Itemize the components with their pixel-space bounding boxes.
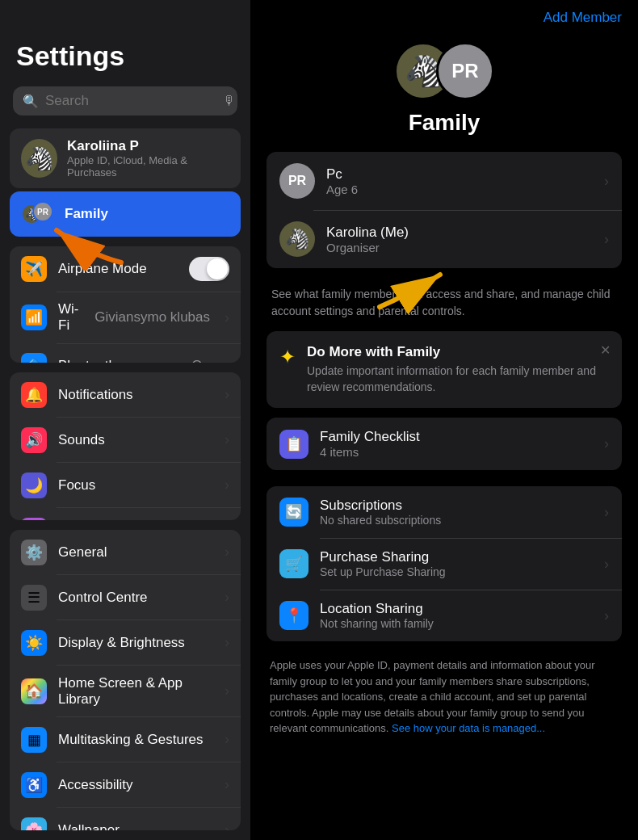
chevron-icon: ›	[604, 435, 609, 452]
toggle-knob	[207, 258, 228, 279]
search-bar[interactable]: 🔍 🎙	[13, 86, 237, 116]
purchase-sharing-item[interactable]: 🛒 Purchase Sharing Set up Purchase Shari…	[267, 538, 622, 590]
profile-name: Karoliina P	[67, 138, 229, 154]
sidebar-item-family[interactable]: 🦓 PR Family	[10, 191, 241, 237]
sidebar-item-label-homescreen: Home Screen & App Library	[58, 675, 213, 708]
do-more-card: ✦ Do More with Family Update important i…	[267, 331, 622, 408]
sidebar-item-multitasking[interactable]: ▦ Multitasking & Gestures ›	[10, 717, 241, 762]
sidebar-item-airplane[interactable]: ✈️ Airplane Mode	[10, 246, 241, 292]
location-subtitle: Not sharing with family	[320, 617, 434, 630]
wallpaper-icon: 🌸	[21, 817, 47, 830]
add-member-area: Add Member	[267, 0, 622, 26]
sidebar-item-focus[interactable]: 🌙 Focus ›	[10, 463, 241, 508]
add-member-button[interactable]: Add Member	[544, 10, 622, 26]
chevron-icon: ›	[225, 776, 229, 793]
chevron-icon: ›	[604, 231, 609, 248]
chevron-icon: ›	[225, 431, 229, 448]
sidebar-item-sounds[interactable]: 🔊 Sounds ›	[10, 418, 241, 463]
sidebar-item-label-notifications: Notifications	[58, 387, 213, 403]
subscriptions-info: Subscriptions No shared subscriptions	[320, 498, 441, 527]
chevron-icon: ›	[225, 821, 229, 830]
family-avatar-pair: 🦓 PR	[21, 200, 55, 229]
pc-info: Pc Age 6	[326, 166, 358, 196]
checklist-subtitle: 4 items	[320, 445, 420, 459]
chevron-icon: ›	[225, 682, 229, 699]
chevron-icon: ›	[225, 634, 229, 651]
checklist-card: 📋 Family Checklist 4 items ›	[267, 418, 622, 470]
checklist-icon: 📋	[279, 430, 309, 459]
sidebar-item-wifi[interactable]: 📶 Wi-Fi Giviansymo klubas ›	[10, 292, 241, 343]
sidebar-item-bluetooth[interactable]: 🔷 Bluetooth On ›	[10, 343, 241, 363]
member-pc[interactable]: PR Pc Age 6 ›	[267, 152, 622, 210]
zebra-avatar-icon: 🦓	[25, 145, 53, 172]
chevron-icon: ›	[225, 731, 229, 748]
family-avatar-large: 🦓 PR	[394, 42, 494, 100]
checklist-item[interactable]: 📋 Family Checklist 4 items ›	[267, 418, 622, 470]
sidebar-item-wallpaper[interactable]: 🌸 Wallpaper ›	[10, 808, 241, 830]
pc-name: Pc	[326, 166, 358, 183]
subscriptions-title: Subscriptions	[320, 498, 441, 514]
sidebar-item-label-airplane: Airplane Mode	[58, 261, 178, 277]
settings-group-network: ✈️ Airplane Mode 📶 Wi-Fi Giviansymo klub…	[10, 246, 241, 363]
search-icon: 🔍	[23, 94, 39, 109]
homescreen-icon: 🏠	[21, 678, 47, 704]
chevron-icon: ›	[225, 589, 229, 606]
chevron-icon: ›	[225, 544, 229, 561]
profile-row[interactable]: 🦓 Karoliina P Apple ID, iCloud, Media & …	[10, 128, 241, 188]
sidebar-item-notifications[interactable]: 🔔 Notifications ›	[10, 372, 241, 418]
sidebar-item-label-wifi: Wi-Fi	[58, 301, 83, 334]
chevron-icon: ›	[604, 504, 609, 521]
chevron-icon: ›	[225, 477, 229, 494]
sidebar-item-general[interactable]: ⚙️ General ›	[10, 530, 241, 575]
karolina-name: Karolina (Me)	[326, 225, 409, 241]
search-input[interactable]	[45, 93, 216, 109]
sidebar-item-controlcentre[interactable]: ☰ Control Centre ›	[10, 575, 241, 620]
settings-group-system2: ⚙️ General › ☰ Control Centre › ☀️ Displ…	[10, 530, 241, 830]
sparkle-icon: ✦	[279, 346, 296, 368]
do-more-subtitle: Update important information for each fa…	[307, 363, 609, 395]
do-more-title: Do More with Family	[307, 344, 609, 360]
accessibility-icon: ♿	[21, 772, 47, 798]
settings-group-system1: 🔔 Notifications › 🔊 Sounds › 🌙 Focus › ⏳…	[10, 372, 241, 520]
checklist-title: Family Checklist	[320, 429, 420, 445]
location-sharing-item[interactable]: 📍 Location Sharing Not sharing with fami…	[267, 590, 622, 641]
sidebar-item-label-general: General	[58, 544, 213, 561]
location-title: Location Sharing	[320, 601, 434, 617]
sidebar: Settings 🔍 🎙 🦓 Karoliina P Apple ID, iCl…	[0, 0, 250, 840]
sidebar-item-accessibility[interactable]: ♿ Accessibility ›	[10, 762, 241, 808]
checklist-text: Family Checklist 4 items	[320, 429, 420, 459]
sidebar-item-screentime[interactable]: ⏳ Screen Time ›	[10, 508, 241, 520]
purchase-title: Purchase Sharing	[320, 549, 446, 565]
subscriptions-subtitle: No shared subscriptions	[320, 514, 441, 527]
location-info: Location Sharing Not sharing with family	[320, 601, 434, 630]
chevron-icon: ›	[604, 556, 609, 573]
focus-icon: 🌙	[21, 472, 47, 498]
member-karolina[interactable]: 🦓 Karolina (Me) Organiser ›	[267, 210, 622, 268]
sidebar-item-homescreen[interactable]: 🏠 Home Screen & App Library ›	[10, 666, 241, 717]
pc-age: Age 6	[326, 183, 358, 196]
family-header-pr-avatar: PR	[436, 42, 494, 100]
sidebar-item-label-wallpaper: Wallpaper	[58, 822, 213, 830]
sidebar-item-label-controlcentre: Control Centre	[58, 590, 213, 606]
avatar: 🦓	[21, 139, 57, 178]
chevron-icon: ›	[225, 358, 229, 363]
karolina-info: Karolina (Me) Organiser	[326, 225, 409, 254]
sharing-card: 🔄 Subscriptions No shared subscriptions …	[267, 486, 622, 641]
airplane-icon: ✈️	[21, 256, 47, 282]
close-icon[interactable]: ✕	[600, 342, 611, 358]
sidebar-item-display[interactable]: ☀️ Display & Brightness ›	[10, 620, 241, 666]
main-panel: Add Member 🦓 PR Family PR Pc Age 6 › 🦓 K…	[250, 0, 638, 840]
mic-icon[interactable]: 🎙	[223, 94, 236, 108]
sidebar-item-label-bluetooth: Bluetooth	[58, 358, 180, 363]
chevron-icon: ›	[225, 309, 229, 326]
subscriptions-item[interactable]: 🔄 Subscriptions No shared subscriptions …	[267, 486, 622, 538]
airplane-toggle[interactable]	[189, 257, 229, 281]
pc-avatar: PR	[279, 163, 315, 199]
bluetooth-icon: 🔷	[21, 353, 47, 363]
chevron-icon: ›	[604, 607, 609, 624]
location-icon: 📍	[279, 601, 309, 630]
screentime-icon: ⏳	[21, 518, 47, 520]
chevron-icon: ›	[225, 386, 229, 403]
bottom-link[interactable]: See how your data is managed...	[392, 722, 545, 734]
family-header: 🦓 PR Family	[267, 42, 622, 136]
